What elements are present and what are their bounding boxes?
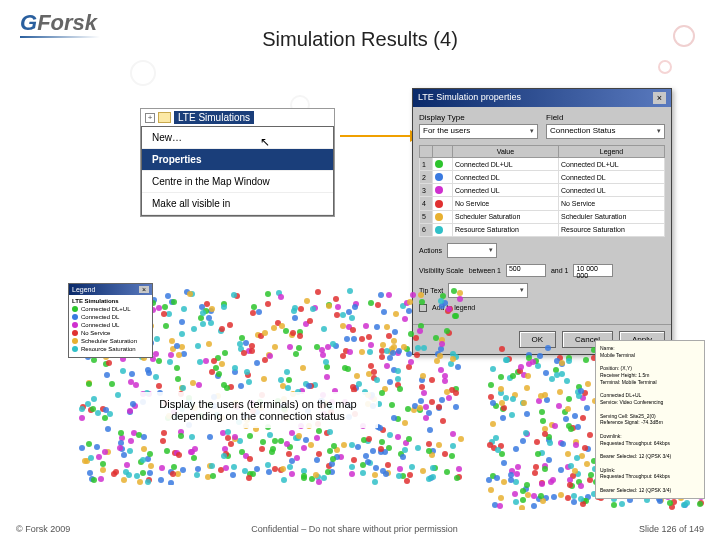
terminal-dot[interactable]	[391, 338, 397, 344]
terminal-dot[interactable]	[86, 381, 92, 387]
terminal-dot[interactable]	[495, 447, 501, 453]
terminal-dot[interactable]	[407, 299, 413, 305]
terminal-dot[interactable]	[121, 452, 127, 458]
terminal-dot[interactable]	[267, 432, 273, 438]
terminal-dot[interactable]	[265, 462, 271, 468]
terminal-dot[interactable]	[542, 466, 548, 472]
dialog-titlebar[interactable]: LTE Simulation properties ×	[413, 89, 671, 107]
terminal-dot[interactable]	[439, 397, 445, 403]
terminal-dot[interactable]	[209, 306, 215, 312]
terminal-dot[interactable]	[444, 389, 450, 395]
terminal-dot[interactable]	[179, 331, 185, 337]
terminal-dot[interactable]	[580, 501, 586, 507]
terminal-dot[interactable]	[539, 481, 545, 487]
terminal-dot[interactable]	[409, 464, 415, 470]
terminal-dot[interactable]	[429, 377, 435, 383]
terminal-dot[interactable]	[304, 298, 310, 304]
terminal-dot[interactable]	[171, 464, 177, 470]
terminal-dot[interactable]	[557, 389, 563, 395]
terminal-dot[interactable]	[423, 415, 429, 421]
table-row[interactable]: 6Resource SaturationResource Saturation	[420, 223, 665, 236]
terminal-dot[interactable]	[115, 392, 121, 398]
terminal-dot[interactable]	[520, 488, 526, 494]
terminal-dot[interactable]	[420, 468, 426, 474]
terminal-dot[interactable]	[91, 477, 97, 483]
terminal-dot[interactable]	[153, 374, 159, 380]
terminal-dot[interactable]	[223, 465, 229, 471]
terminal-dot[interactable]	[349, 315, 355, 321]
terminal-dot[interactable]	[259, 446, 265, 452]
terminal-dot[interactable]	[518, 364, 524, 370]
terminal-dot[interactable]	[291, 308, 297, 314]
terminal-dot[interactable]	[571, 493, 577, 499]
terminal-dot[interactable]	[457, 296, 463, 302]
terminal-dot[interactable]	[121, 477, 127, 483]
scale-max-input[interactable]: 10 000 000	[573, 264, 613, 277]
terminal-dot[interactable]	[585, 381, 591, 387]
terminal-dot[interactable]	[79, 445, 85, 451]
terminal-dot[interactable]	[147, 470, 153, 476]
terminal-dot[interactable]	[488, 394, 494, 400]
terminal-dot[interactable]	[408, 359, 414, 365]
terminal-dot[interactable]	[684, 500, 690, 506]
terminal-dot[interactable]	[91, 357, 97, 363]
terminal-dot[interactable]	[188, 449, 194, 455]
terminal-dot[interactable]	[415, 345, 421, 351]
terminal-dot[interactable]	[377, 425, 383, 431]
terminal-dot[interactable]	[168, 480, 174, 485]
terminal-dot[interactable]	[296, 433, 302, 439]
terminal-dot[interactable]	[301, 473, 307, 479]
terminal-dot[interactable]	[174, 343, 180, 349]
terminal-dot[interactable]	[194, 472, 200, 478]
map-legend[interactable]: Legend× LTE Simulations Connected DL+ULC…	[68, 283, 153, 358]
terminal-dot[interactable]	[564, 378, 570, 384]
terminal-dot[interactable]	[94, 444, 100, 450]
terminal-dot[interactable]	[346, 309, 352, 315]
terminal-dot[interactable]	[219, 326, 225, 332]
terminal-dot[interactable]	[532, 470, 538, 476]
terminal-dot[interactable]	[535, 363, 541, 369]
terminal-dot[interactable]	[225, 429, 231, 435]
terminal-dot[interactable]	[164, 448, 170, 454]
terminal-dot[interactable]	[222, 350, 228, 356]
terminal-dot[interactable]	[294, 455, 300, 461]
terminal-dot[interactable]	[130, 401, 136, 407]
table-row[interactable]: 1Connected DL+ULConnected DL+UL	[420, 158, 665, 171]
terminal-dot[interactable]	[504, 357, 510, 363]
terminal-dot[interactable]	[417, 328, 423, 334]
terminal-dot[interactable]	[542, 431, 548, 437]
terminal-dot[interactable]	[418, 398, 424, 404]
terminal-dot[interactable]	[536, 398, 542, 404]
terminal-dot[interactable]	[395, 368, 401, 374]
terminal-dot[interactable]	[104, 372, 110, 378]
terminal-dot[interactable]	[272, 344, 278, 350]
terminal-dot[interactable]	[232, 434, 238, 440]
terminal-dot[interactable]	[667, 500, 673, 506]
terminal-dot[interactable]	[421, 345, 427, 351]
terminal-dot[interactable]	[453, 404, 459, 410]
terminal-dot[interactable]	[298, 306, 304, 312]
terminal-dot[interactable]	[128, 438, 134, 444]
terminal-dot[interactable]	[356, 381, 362, 387]
terminal-dot[interactable]	[499, 346, 505, 352]
terminal-dot[interactable]	[326, 303, 332, 309]
terminal-dot[interactable]	[372, 472, 378, 478]
terminal-dot[interactable]	[423, 404, 429, 410]
terminal-dot[interactable]	[524, 385, 530, 391]
terminal-dot[interactable]	[438, 346, 444, 352]
terminal-dot[interactable]	[549, 376, 555, 382]
terminal-dot[interactable]	[133, 382, 139, 388]
terminal-dot[interactable]	[568, 426, 574, 432]
terminal-dot[interactable]	[141, 446, 147, 452]
terminal-dot[interactable]	[406, 351, 412, 357]
terminal-dot[interactable]	[588, 472, 594, 478]
terminal-dot[interactable]	[554, 372, 560, 378]
terminal-dot[interactable]	[534, 439, 540, 445]
terminal-dot[interactable]	[413, 335, 419, 341]
map-left[interactable]: Legend× LTE Simulations Connected DL+ULC…	[68, 283, 468, 485]
terminal-dot[interactable]	[111, 471, 117, 477]
terminal-dot[interactable]	[96, 454, 102, 460]
terminal-dot[interactable]	[315, 289, 321, 295]
terminal-dot[interactable]	[566, 396, 572, 402]
terminal-dot[interactable]	[333, 296, 339, 302]
